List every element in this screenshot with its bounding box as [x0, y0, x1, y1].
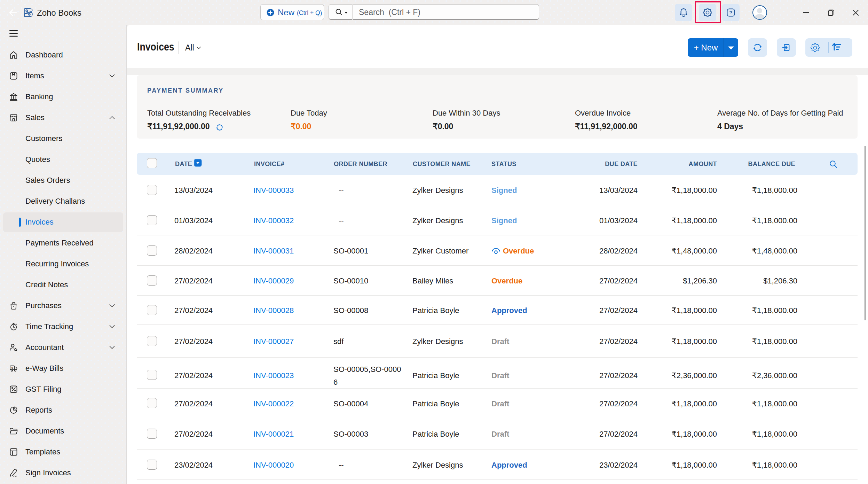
- svg-text:?: ?: [729, 9, 732, 15]
- svg-text:e: e: [11, 366, 13, 369]
